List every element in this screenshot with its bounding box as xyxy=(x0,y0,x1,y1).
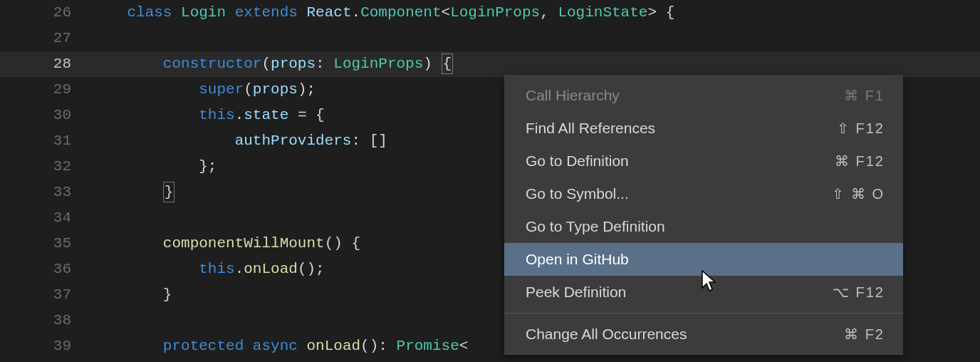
menu-item[interactable]: Go to Type Definition xyxy=(504,210,903,243)
line-number: 39 xyxy=(0,333,91,359)
menu-item[interactable]: Peek Definition⌥ F12 xyxy=(504,276,903,309)
line-number: 26 xyxy=(0,0,91,26)
menu-item: Call Hierarchy⌘ F1 xyxy=(504,79,903,112)
code-content: class Login extends React.Component<Logi… xyxy=(91,0,980,26)
menu-item-shortcut: ⇧ ⌘ O xyxy=(832,181,885,207)
menu-item-shortcut: ⌘ F1 xyxy=(844,83,885,108)
menu-item-shortcut: ⌘ F2 xyxy=(844,321,885,347)
code-content: constructor(props: LoginProps) { xyxy=(91,51,980,77)
code-line[interactable]: 26 class Login extends React.Component<L… xyxy=(0,0,980,26)
context-menu: Call Hierarchy⌘ F1Find All References⇧ F… xyxy=(504,75,903,355)
line-number: 31 xyxy=(0,128,91,154)
menu-item-label: Go to Symbol... xyxy=(526,181,629,207)
code-content xyxy=(91,26,980,51)
menu-item-shortcut: ⌘ F12 xyxy=(835,148,885,174)
line-number: 30 xyxy=(0,103,91,128)
line-number: 33 xyxy=(0,180,91,205)
line-number: 29 xyxy=(0,77,91,103)
menu-item-shortcut: ⌥ F12 xyxy=(833,279,885,305)
line-number: 37 xyxy=(0,282,91,308)
menu-item[interactable]: Go to Definition⌘ F12 xyxy=(504,145,903,177)
line-number: 34 xyxy=(0,205,91,231)
menu-item[interactable]: Open in GitHub xyxy=(504,243,903,276)
menu-item-label: Call Hierarchy xyxy=(526,83,620,108)
menu-item-label: Peek Definition xyxy=(526,279,626,305)
menu-item-label: Change All Occurrences xyxy=(526,321,687,347)
line-number: 28 xyxy=(0,51,91,77)
code-line[interactable]: 28 constructor(props: LoginProps) { xyxy=(0,51,980,77)
code-line[interactable]: 27 xyxy=(0,26,980,51)
menu-item-shortcut: ⇧ F12 xyxy=(837,115,885,141)
menu-item[interactable]: Find All References⇧ F12 xyxy=(504,112,903,145)
menu-separator xyxy=(504,313,903,314)
menu-item-label: Go to Type Definition xyxy=(526,214,665,239)
line-number: 35 xyxy=(0,231,91,257)
line-number: 38 xyxy=(0,308,91,333)
menu-item-label: Open in GitHub xyxy=(526,247,629,272)
menu-item[interactable]: Change All Occurrences⌘ F2 xyxy=(504,318,903,351)
line-number: 32 xyxy=(0,154,91,180)
menu-item-label: Find All References xyxy=(526,115,655,141)
line-number: 36 xyxy=(0,257,91,282)
menu-item-label: Go to Definition xyxy=(526,148,629,174)
menu-item[interactable]: Go to Symbol...⇧ ⌘ O xyxy=(504,177,903,210)
line-number: 27 xyxy=(0,26,91,51)
